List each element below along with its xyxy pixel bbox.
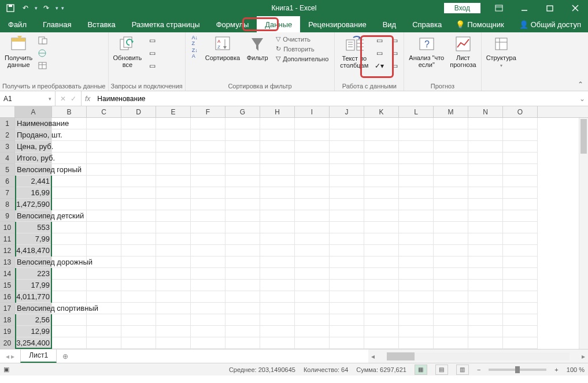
- cell-F18[interactable]: [191, 314, 225, 326]
- cell-L2[interactable]: [399, 129, 434, 141]
- cell-I2[interactable]: [295, 129, 330, 141]
- add-sheet-button[interactable]: ⊕: [57, 349, 74, 363]
- cell-A10[interactable]: 553: [15, 222, 52, 233]
- cell-L15[interactable]: [399, 280, 434, 291]
- tab-insert[interactable]: Вставка: [79, 16, 123, 32]
- manage-model-button[interactable]: ▭: [389, 60, 400, 72]
- cell-O20[interactable]: [503, 337, 538, 349]
- cell-E15[interactable]: [156, 280, 191, 291]
- column-header-O[interactable]: O: [503, 106, 538, 117]
- cell-M8[interactable]: [434, 199, 468, 210]
- cell-L7[interactable]: [399, 187, 434, 199]
- cell-L3[interactable]: [399, 141, 434, 153]
- cell-F19[interactable]: [191, 326, 225, 337]
- cell-M18[interactable]: [434, 314, 468, 326]
- cell-B3[interactable]: [52, 141, 87, 153]
- cell-N1[interactable]: [468, 118, 503, 129]
- clear-filter-button[interactable]: ▽Очистить: [273, 35, 331, 43]
- cell-I16[interactable]: [295, 291, 330, 303]
- tab-home[interactable]: Главная: [35, 16, 79, 32]
- cell-E16[interactable]: [156, 291, 191, 303]
- cell-G8[interactable]: [225, 199, 260, 210]
- cell-A16[interactable]: 4,011,770: [15, 291, 52, 303]
- cell-L8[interactable]: [399, 199, 434, 210]
- cell-G10[interactable]: [225, 222, 260, 233]
- cell-M1[interactable]: [434, 118, 468, 129]
- cell-M17[interactable]: [434, 303, 468, 314]
- cell-E8[interactable]: [156, 199, 191, 210]
- cell-M12[interactable]: [434, 245, 468, 256]
- cell-E18[interactable]: [156, 314, 191, 326]
- cell-C11[interactable]: [87, 233, 121, 245]
- cell-K10[interactable]: [364, 222, 399, 233]
- cell-O8[interactable]: [503, 199, 538, 210]
- cell-C12[interactable]: [87, 245, 121, 256]
- cell-H11[interactable]: [260, 233, 295, 245]
- cell-C3[interactable]: [87, 141, 121, 153]
- column-header-M[interactable]: M: [434, 106, 468, 117]
- cell-O17[interactable]: [503, 303, 538, 314]
- cell-H10[interactable]: [260, 222, 295, 233]
- outline-button[interactable]: Структура ▾: [484, 34, 519, 70]
- cell-K4[interactable]: [364, 153, 399, 164]
- cell-K1[interactable]: [364, 118, 399, 129]
- cell-K13[interactable]: [364, 256, 399, 268]
- row-header-15[interactable]: 15: [0, 280, 15, 291]
- cell-D7[interactable]: [121, 187, 156, 199]
- cell-H19[interactable]: [260, 326, 295, 337]
- cell-D12[interactable]: [121, 245, 156, 256]
- filter-button[interactable]: Фильтр: [243, 34, 271, 62]
- cell-N19[interactable]: [468, 326, 503, 337]
- tab-review[interactable]: Рецензирование: [300, 16, 374, 32]
- cell-H2[interactable]: [260, 129, 295, 141]
- row-header-9[interactable]: 9: [0, 210, 15, 222]
- cell-A18[interactable]: 2,56: [15, 314, 52, 326]
- name-box[interactable]: A1: [0, 91, 56, 106]
- cell-O2[interactable]: [503, 129, 538, 141]
- scroll-right-icon[interactable]: ▸: [579, 352, 588, 360]
- cell-E2[interactable]: [156, 129, 191, 141]
- cell-H3[interactable]: [260, 141, 295, 153]
- cell-N16[interactable]: [468, 291, 503, 303]
- qat-customize[interactable]: ▾: [60, 5, 65, 11]
- cell-K14[interactable]: [364, 268, 399, 280]
- cell-A1[interactable]: Наименование: [15, 118, 52, 129]
- cell-G1[interactable]: [225, 118, 260, 129]
- cell-F10[interactable]: [191, 222, 225, 233]
- row-header-5[interactable]: 5: [0, 164, 15, 176]
- row-header-2[interactable]: 2: [0, 129, 15, 141]
- cell-D20[interactable]: [121, 337, 156, 349]
- cell-I5[interactable]: [295, 164, 330, 176]
- cell-O19[interactable]: [503, 326, 538, 337]
- cell-K11[interactable]: [364, 233, 399, 245]
- cell-F12[interactable]: [191, 245, 225, 256]
- cell-E5[interactable]: [156, 164, 191, 176]
- horizontal-scroll-thumb[interactable]: [387, 352, 415, 360]
- cell-C8[interactable]: [87, 199, 121, 210]
- cell-J3[interactable]: [330, 141, 364, 153]
- cell-I20[interactable]: [295, 337, 330, 349]
- cell-F9[interactable]: [191, 210, 225, 222]
- cell-E9[interactable]: [156, 210, 191, 222]
- cell-C1[interactable]: [87, 118, 121, 129]
- row-header-14[interactable]: 14: [0, 268, 15, 280]
- cell-N10[interactable]: [468, 222, 503, 233]
- cell-G6[interactable]: [225, 176, 260, 187]
- cell-L9[interactable]: [399, 210, 434, 222]
- cell-K20[interactable]: [364, 337, 399, 349]
- from-text-button[interactable]: [37, 35, 49, 46]
- cell-E14[interactable]: [156, 268, 191, 280]
- cell-N13[interactable]: [468, 256, 503, 268]
- cell-E10[interactable]: [156, 222, 191, 233]
- cell-I10[interactable]: [295, 222, 330, 233]
- cell-A4[interactable]: Итого, руб.: [15, 153, 52, 164]
- cell-N3[interactable]: [468, 141, 503, 153]
- row-header-1[interactable]: 1: [0, 118, 15, 129]
- cell-O14[interactable]: [503, 268, 538, 280]
- from-web-button[interactable]: [37, 47, 49, 59]
- cell-A3[interactable]: Цена, руб.: [15, 141, 52, 153]
- cell-L14[interactable]: [399, 268, 434, 280]
- cell-C20[interactable]: [87, 337, 121, 349]
- cell-B19[interactable]: [52, 326, 87, 337]
- cell-M14[interactable]: [434, 268, 468, 280]
